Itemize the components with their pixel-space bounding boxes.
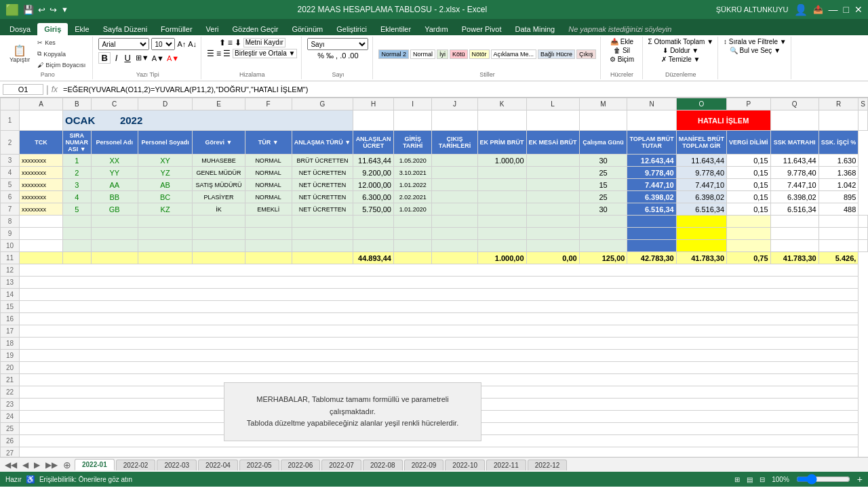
sheet-tab-2022-04[interactable]: 2022-04 [198, 460, 238, 470]
cell-toplam-5[interactable]: 7.447,10 [627, 179, 676, 191]
wrap-text-button[interactable]: Metni Kaydır [243, 38, 285, 47]
col-Q-header[interactable]: Q [770, 98, 818, 110]
header-ek-prim[interactable]: EK PRİM BRÜT [477, 131, 526, 155]
cell-ssk-4[interactable]: 9.778,40 [770, 167, 818, 179]
insert-button[interactable]: 📥 Ekle [610, 38, 633, 45]
header-manuel[interactable]: MANİFEL BRÜTTOPLAM GİR [676, 131, 726, 155]
cell-gun-3[interactable]: 30 [579, 155, 627, 167]
cell-O1-hata[interactable]: HATALI İŞLEM [676, 110, 770, 131]
col-I-header[interactable]: I [393, 98, 431, 110]
cell-cikis-6[interactable] [432, 191, 477, 203]
cell-gorev-3[interactable]: MUHASEBE [193, 155, 245, 167]
cell-vergi-3[interactable]: 0,15 [727, 155, 771, 167]
total-ssk[interactable]: 41.783,30 [770, 252, 818, 264]
cell-O8[interactable] [676, 216, 726, 228]
merge-center-button[interactable]: Birleştir ve Ortala ▼ [233, 49, 297, 58]
header-giris[interactable]: GİRİŞTARİHİ [393, 131, 431, 155]
formula-input[interactable]: =EĞER(YUVARLA(O11,2)=YUVARLA(P11,2),"DOĞ… [60, 85, 865, 94]
cell-ucret-7[interactable]: 5.750,00 [353, 203, 394, 216]
cell-C8[interactable] [91, 216, 138, 228]
cell-tur-6[interactable]: NORMAL [245, 191, 292, 203]
cell-giris-6[interactable]: 2.02.2021 [393, 191, 431, 203]
undo-icon[interactable]: ↩ [38, 5, 45, 15]
cell-ad-6[interactable]: BB [91, 191, 138, 203]
increase-decimal-icon[interactable]: .0 [340, 52, 346, 60]
tab-last-button[interactable]: ▶▶ [43, 460, 60, 470]
cell-G8[interactable] [292, 216, 353, 228]
cell-cikis-5[interactable] [432, 179, 477, 191]
cell-D8[interactable] [138, 216, 193, 228]
header-tur[interactable]: TÜR ▼ [245, 131, 292, 155]
cell-cikis-3[interactable] [432, 155, 477, 167]
cell-giris-7[interactable]: 1.01.2020 [393, 203, 431, 216]
cell-vergi-7[interactable]: 0,15 [727, 203, 771, 216]
header-ek-mesai[interactable]: EK MESAİ BRÜT [526, 131, 579, 155]
cell-gorev-7[interactable]: İK [193, 203, 245, 216]
total-ucret[interactable]: 44.893,44 [353, 252, 394, 264]
cell-ad-4[interactable]: YY [91, 167, 138, 179]
style-kotu[interactable]: Kötü [450, 49, 468, 59]
col-O-header[interactable]: O [676, 98, 726, 110]
tab-back-button[interactable]: ◀ [20, 460, 31, 470]
cell-sira-7[interactable]: 5 [63, 203, 92, 216]
tab-prev-button[interactable]: ◀◀ [3, 460, 19, 470]
percent-icon[interactable]: ‰ [326, 52, 334, 60]
sheet-tab-2022-01[interactable]: 2022-01 [75, 459, 115, 470]
cell-ek-mesai-3[interactable] [526, 155, 579, 167]
increase-font-icon[interactable]: A↑ [177, 40, 186, 48]
col-B-header[interactable]: B [63, 98, 92, 110]
align-top-icon[interactable]: ⬆ [219, 38, 226, 47]
close-button[interactable]: ✕ [854, 4, 863, 15]
tab-gelistirici[interactable]: Geliştirici [330, 23, 374, 35]
cell-anlasma-3[interactable]: BRÜT ÜCRETTEN [292, 155, 353, 167]
cell-soyad-5[interactable]: AB [138, 179, 193, 191]
cell-L1[interactable] [526, 110, 579, 131]
col-M-header[interactable]: M [579, 98, 627, 110]
cell-ssk-3[interactable]: 11.643,44 [770, 155, 818, 167]
cell-B1-title[interactable]: OCAK 2022 [63, 110, 353, 131]
delete-button[interactable]: 🗑 Sil [614, 47, 630, 54]
cell-ucret-5[interactable]: 12.000,00 [353, 179, 394, 191]
cell-vergi-5[interactable]: 0,15 [727, 179, 771, 191]
fill-button[interactable]: ⬇ Doldur ▼ [663, 47, 698, 54]
decrease-font-icon[interactable]: A↓ [188, 40, 197, 48]
font-size-select[interactable]: 10 [151, 38, 175, 50]
cell-ssk-isci-3[interactable]: 1.630 [818, 155, 859, 167]
cell-tcno-7[interactable]: xxxxxxxx [20, 203, 63, 216]
normal-view-icon[interactable]: ▤ [747, 476, 753, 483]
sheet-tab-2022-11[interactable]: 2022-11 [486, 460, 526, 470]
cell-ek-mesai-4[interactable] [526, 167, 579, 179]
format-button[interactable]: ⚙ Biçim [610, 56, 634, 63]
tab-forward-button[interactable]: ▶ [32, 460, 42, 470]
col-E-header[interactable]: E [193, 98, 245, 110]
cell-ek-prim-3[interactable]: 1.000,00 [477, 155, 526, 167]
cell-giris-3[interactable]: 1.05.2020 [393, 155, 431, 167]
cell-anlasma-4[interactable]: NET ÜCRETTEN [292, 167, 353, 179]
col-K-header[interactable]: K [477, 98, 526, 110]
page-layout-icon[interactable]: ⊞ [734, 476, 740, 483]
cell-cikis-7[interactable] [432, 203, 477, 216]
cell-J1[interactable] [432, 110, 477, 131]
save-icon[interactable]: 💾 [23, 5, 34, 15]
cell-I1[interactable] [393, 110, 431, 131]
cell-soyad-6[interactable]: BC [138, 191, 193, 203]
italic-button[interactable]: I [113, 53, 120, 63]
align-left-icon[interactable]: ☰ [207, 49, 214, 58]
tab-dosya[interactable]: Dosya [3, 23, 37, 35]
col-C-header[interactable]: C [91, 98, 138, 110]
zoom-in-icon[interactable]: + [857, 474, 863, 485]
cell-tcno-5[interactable]: xxxxxxxx [20, 179, 63, 191]
cell-ek-prim-6[interactable] [477, 191, 526, 203]
col-N-header[interactable]: N [627, 98, 676, 110]
cell-manuel-3[interactable]: 11.643,44 [676, 155, 726, 167]
currency-icon[interactable]: % [317, 52, 324, 60]
cell-N8[interactable] [627, 216, 676, 228]
sheet-tab-2022-03[interactable]: 2022-03 [157, 460, 197, 470]
tab-add-button[interactable]: ⊕ [61, 460, 73, 470]
font-family-select[interactable]: Arial [98, 38, 149, 50]
tab-giris[interactable]: Giriş [37, 23, 68, 35]
zoom-slider[interactable] [796, 475, 850, 483]
align-bottom-icon[interactable]: ⬇ [235, 38, 241, 47]
cell-A8[interactable] [20, 216, 63, 228]
style-cikis[interactable]: Çıkış [576, 49, 596, 59]
